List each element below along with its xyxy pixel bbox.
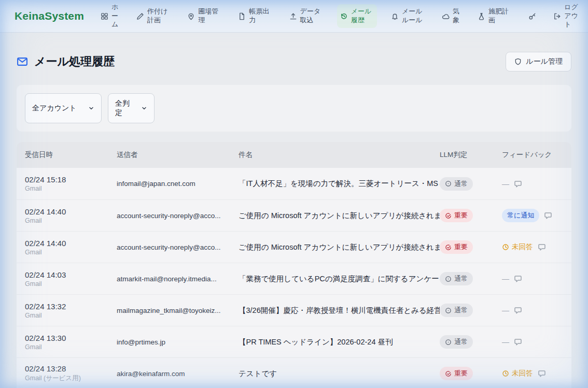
table-row[interactable]: 02/24 14:40Gmailaccount-security-noreply… (17, 231, 571, 263)
nav-item-history[interactable]: メール履歴 (337, 4, 377, 28)
account-label: Gmail (25, 217, 117, 224)
bell-icon (391, 12, 399, 20)
nav-item-home-grid[interactable]: ホーム (97, 0, 122, 32)
page-title-group: メール処理履歴 (17, 54, 115, 69)
nav-item-flask[interactable]: 施肥計画 (474, 4, 514, 28)
sender-cell: infomail@japan.cnet.com (117, 180, 239, 188)
feedback-unanswered: 未回答 (502, 369, 533, 378)
subject-cell: ご使用の Microsoft アカウントに新しいアプリが接続されました (239, 211, 440, 221)
circle-dot-icon (445, 276, 452, 282)
mail-table-body: 02/24 15:18Gmailinfomail@japan.cnet.com「… (17, 168, 571, 388)
nav-item-key[interactable] (525, 9, 539, 23)
comment-icon[interactable] (514, 306, 522, 314)
received-datetime-cell: 02/24 14:40Gmail (25, 239, 117, 256)
chevron-down-icon (130, 105, 147, 111)
comment-icon[interactable] (514, 180, 522, 188)
nav-item-document[interactable]: 帳票出力 (235, 4, 275, 28)
feedback-cell: 未回答 (502, 369, 563, 378)
received-datetime-cell: 02/24 13:32Gmail (25, 302, 117, 319)
circle-dot-icon (445, 339, 452, 346)
circle-check-icon (445, 244, 452, 251)
comment-icon[interactable] (538, 243, 546, 251)
sender-cell: mailmagazine_tkmail@toyokeiz... (117, 307, 239, 314)
key-icon (528, 12, 536, 20)
judgment-badge: 重要 (440, 240, 473, 254)
table-row[interactable]: 02/24 15:18Gmailinfomail@japan.cnet.com「… (17, 168, 571, 199)
table-header-row: 受信日時送信者件名LLM判定フィードバック (17, 142, 571, 168)
received-datetime: 02/24 13:28 (25, 364, 117, 373)
rule-management-label: ルール管理 (526, 57, 563, 66)
clock-icon (502, 243, 509, 251)
shield-icon (514, 58, 522, 65)
map-pin-icon (187, 12, 195, 20)
upload-icon (289, 12, 297, 20)
nav-item-label: メール履歴 (351, 7, 374, 25)
sender-cell: account-security-noreply@acco... (117, 212, 239, 220)
table-row[interactable]: 02/24 14:03Gmailatmarkit-mail@noreply.it… (17, 263, 571, 294)
sender-cell: info@prtimes.jp (117, 338, 239, 346)
clock-icon (502, 370, 509, 377)
nav-item-logout[interactable]: ログアウト (550, 0, 583, 32)
table-row[interactable]: 02/24 13:28Gmail (サービス用)akira@keinafarm.… (17, 357, 571, 388)
chevron-down-icon (77, 105, 94, 111)
judgment-filter-value: 全判定 (115, 99, 130, 118)
mail-history-table: 受信日時送信者件名LLM判定フィードバック 02/24 15:18Gmailin… (17, 142, 571, 388)
nav-item-pencil[interactable]: 作付け計画 (133, 4, 173, 28)
nav-item-cloud[interactable]: 気象 (439, 4, 464, 28)
judgment-badge: 通常 (440, 272, 473, 285)
document-icon (238, 12, 246, 20)
column-header: LLM判定 (440, 150, 502, 160)
account-label: Gmail (25, 312, 117, 319)
comment-icon[interactable] (514, 338, 522, 346)
account-label: Gmail (25, 185, 117, 192)
judgment-filter-select[interactable]: 全判定 (108, 93, 155, 123)
subject-cell: 「業務で使用しているPCの満足度調査」に関するアンケート ≪... (239, 274, 440, 284)
sender-cell: account-security-noreply@acco... (117, 243, 239, 251)
received-datetime-cell: 02/24 13:28Gmail (サービス用) (25, 364, 117, 383)
llm-judgment-cell: 重要 (440, 209, 502, 222)
nav-item-label: ホーム (111, 3, 119, 30)
nav-item-label: メールルール (402, 7, 425, 25)
history-icon (340, 12, 348, 20)
judgment-badge: 通常 (440, 177, 473, 191)
account-label: Gmail (25, 280, 117, 288)
table-row[interactable]: 02/24 14:40Gmailaccount-security-noreply… (17, 199, 571, 231)
account-label: Gmail (25, 249, 117, 256)
table-row[interactable]: 02/24 13:32Gmailmailmagazine_tkmail@toyo… (17, 294, 571, 326)
circle-check-icon (445, 370, 452, 377)
comment-icon[interactable] (514, 275, 522, 283)
account-filter-select[interactable]: 全アカウント (25, 93, 102, 123)
circle-check-icon (445, 212, 452, 219)
nav-item-upload[interactable]: データ取込 (286, 4, 326, 28)
comment-icon[interactable] (538, 369, 546, 378)
page-title-row: メール処理履歴 ルール管理 (17, 52, 571, 71)
feedback-cell: — (502, 180, 563, 188)
received-datetime: 02/24 14:03 (25, 270, 117, 279)
app-logo[interactable]: KeinaSystem (15, 10, 84, 22)
cloud-icon (442, 12, 450, 20)
nav-item-bell[interactable]: メールルール (388, 4, 428, 28)
feedback-none: — (502, 180, 509, 188)
feedback-cell: — (502, 306, 563, 314)
column-header: フィードバック (502, 150, 563, 160)
rule-management-button[interactable]: ルール管理 (506, 52, 571, 71)
feedback-none: — (502, 306, 509, 314)
feedback-cell: 常に通知 (502, 209, 563, 222)
nav-item-label: 帳票出力 (249, 7, 272, 25)
received-datetime: 02/24 14:40 (25, 239, 117, 248)
sender-cell: atmarkit-mail@noreply.itmedia... (117, 275, 239, 283)
received-datetime-cell: 02/24 14:40Gmail (25, 207, 117, 224)
feedback-cell: 未回答 (502, 242, 563, 252)
nav-item-map-pin[interactable]: 圃場管理 (184, 4, 224, 28)
mail-icon (17, 56, 28, 67)
flask-icon (478, 12, 485, 20)
received-datetime: 02/24 14:40 (25, 207, 117, 216)
circle-dot-icon (445, 180, 452, 187)
top-navigation-bar: KeinaSystem ホーム作付け計画圃場管理帳票出力データ取込メール履歴メー… (0, 0, 588, 33)
column-header: 件名 (239, 150, 440, 160)
received-datetime: 02/24 15:18 (25, 175, 117, 184)
table-row[interactable]: 02/24 13:30Gmailinfo@prtimes.jp【PR TIMES… (17, 326, 571, 357)
feedback-cell: — (502, 338, 563, 346)
comment-icon[interactable] (544, 211, 552, 220)
subject-cell: 「IT人材不足」を現場の力で解決。三菱オートリース・MS＆AD... (239, 179, 440, 189)
